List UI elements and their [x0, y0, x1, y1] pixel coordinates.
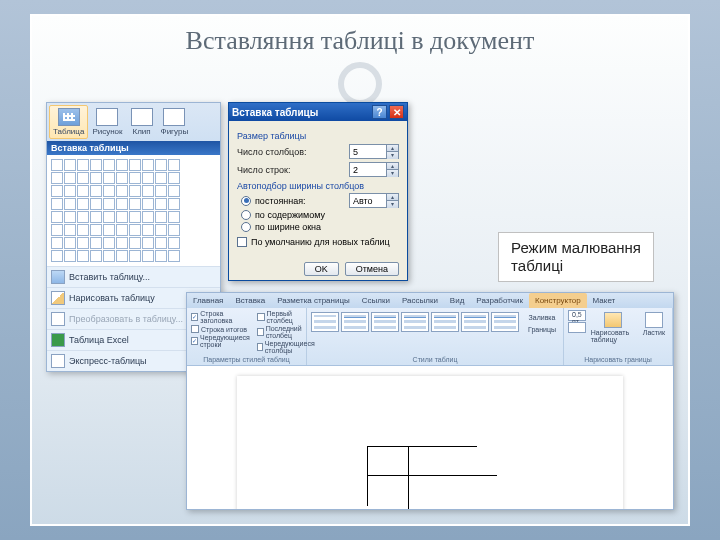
menu-insert-table[interactable]: Вставить таблицу...	[47, 266, 220, 287]
excel-icon	[51, 333, 65, 347]
cols-spinner[interactable]: ▴▾	[349, 144, 399, 159]
style-sw[interactable]	[431, 312, 459, 332]
slide-title: Вставляння таблиці в документ	[42, 26, 678, 56]
radio-icon	[241, 196, 251, 206]
drawn-table-lines	[367, 446, 477, 506]
group-options-label: Параметры стилей таблиц	[191, 356, 302, 363]
tab-dev[interactable]: Разработчик	[470, 293, 529, 308]
tab-tlayout[interactable]: Макет	[587, 293, 622, 308]
group-styles-label: Стили таблиц	[311, 356, 559, 363]
radio-icon	[241, 222, 251, 232]
table-styles-gallery[interactable]: Заливка Границы	[311, 310, 559, 356]
word-ribbon-screenshot: Главная Вставка Разметка страницы Ссылки…	[186, 292, 674, 510]
borders-button[interactable]: Границы	[525, 324, 559, 335]
insert-table-dialog: Вставка таблицы ? ✕ Размер таблицы Число…	[228, 102, 408, 281]
tab-refs[interactable]: Ссылки	[356, 293, 396, 308]
cancel-button[interactable]: Отмена	[345, 262, 399, 276]
table-button[interactable]: Таблица	[49, 105, 88, 139]
rows-input[interactable]	[350, 165, 386, 175]
insert-table-icon	[51, 270, 65, 284]
radio-fixed[interactable]: постоянная: ▴▾	[237, 193, 399, 208]
draw-table-icon	[51, 291, 65, 305]
shading-button[interactable]: Заливка	[525, 312, 559, 323]
autofit-group-label: Автоподбор ширины столбцов	[237, 181, 399, 191]
shapes-button[interactable]: Фигуры	[157, 105, 193, 139]
tab-home[interactable]: Главная	[187, 293, 229, 308]
eraser-icon	[645, 312, 663, 328]
decor-circle	[338, 62, 382, 106]
up-icon[interactable]: ▴	[387, 145, 398, 152]
rows-spinner[interactable]: ▴▾	[349, 162, 399, 177]
tab-view[interactable]: Вид	[444, 293, 470, 308]
caption-box: Режим малювання таблиці	[498, 232, 654, 282]
clip-button[interactable]: Клип	[127, 105, 157, 139]
pencil-icon	[604, 312, 622, 328]
tab-design[interactable]: Конструктор	[529, 293, 587, 308]
pen-color-select[interactable]	[568, 322, 586, 333]
picture-icon	[96, 108, 118, 126]
express-icon	[51, 354, 65, 368]
draw-table-button[interactable]: Нарисовать таблицу	[588, 310, 638, 345]
checkbox-icon	[237, 237, 247, 247]
tab-insert[interactable]: Вставка	[229, 293, 271, 308]
style-sw[interactable]	[401, 312, 429, 332]
rows-label: Число строк:	[237, 165, 290, 175]
const-spinner[interactable]: ▴▾	[349, 193, 399, 208]
cols-label: Число столбцов:	[237, 147, 306, 157]
eraser-button[interactable]: Ластик	[640, 310, 668, 345]
size-grid[interactable]	[47, 155, 220, 266]
group-draw-label: Нарисовать границы	[568, 356, 668, 363]
radio-content[interactable]: по содержимому	[237, 210, 399, 220]
radio-window[interactable]: по ширине окна	[237, 222, 399, 232]
tab-layout[interactable]: Разметка страницы	[271, 293, 356, 308]
picture-button[interactable]: Рисунок	[88, 105, 126, 139]
dialog-titlebar: Вставка таблицы ? ✕	[229, 103, 407, 121]
style-sw[interactable]	[311, 312, 339, 332]
style-sw[interactable]	[341, 312, 369, 332]
document-page	[237, 376, 623, 510]
down-icon[interactable]: ▾	[387, 152, 398, 159]
size-group-label: Размер таблицы	[237, 131, 399, 141]
ok-button[interactable]: OK	[304, 262, 339, 276]
pen-width-select[interactable]: 0,5 пт	[568, 310, 586, 321]
gallery-header: Вставка таблицы	[47, 141, 220, 155]
clip-icon	[131, 108, 153, 126]
table-icon	[58, 108, 80, 126]
const-input[interactable]	[350, 196, 386, 206]
style-sw[interactable]	[371, 312, 399, 332]
tab-mail[interactable]: Рассылки	[396, 293, 444, 308]
help-button[interactable]: ?	[372, 105, 387, 119]
radio-icon	[241, 210, 251, 220]
style-sw[interactable]	[461, 312, 489, 332]
remember-checkbox[interactable]: По умолчанию для новых таблиц	[237, 237, 399, 247]
close-button[interactable]: ✕	[389, 105, 404, 119]
tab-strip: Главная Вставка Разметка страницы Ссылки…	[187, 293, 673, 308]
up-icon[interactable]: ▴	[387, 163, 398, 170]
convert-icon	[51, 312, 65, 326]
style-sw[interactable]	[491, 312, 519, 332]
cols-input[interactable]	[350, 147, 386, 157]
shapes-icon	[163, 108, 185, 126]
down-icon[interactable]: ▾	[387, 170, 398, 177]
